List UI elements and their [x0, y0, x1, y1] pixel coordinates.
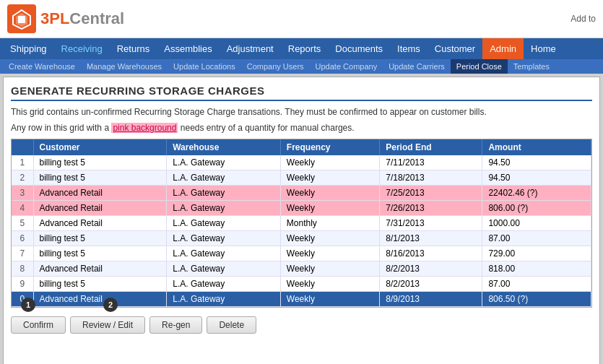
- add-to-label: Add to: [571, 14, 596, 24]
- subnav-update-carriers[interactable]: Update Carriers: [383, 59, 451, 74]
- nav-returns[interactable]: Returns: [110, 38, 157, 59]
- cell-customer: Advanced Retail: [33, 186, 167, 201]
- nav-reports[interactable]: Reports: [281, 38, 329, 59]
- header: 3PLCentral Add to: [0, 0, 603, 38]
- cell-frequency: Weekly: [280, 231, 379, 246]
- cell-period-end: 8/2/2013: [380, 261, 482, 277]
- cell-warehouse: L.A. Gateway: [167, 201, 281, 216]
- cell-warehouse: L.A. Gateway: [167, 155, 281, 170]
- cell-frequency: Weekly: [280, 277, 379, 292]
- cell-amount: 94.50: [482, 170, 591, 186]
- cell-period-end: 7/31/2013: [380, 216, 482, 231]
- table-row[interactable]: 9 billing test 5 L.A. Gateway Weekly 8/2…: [12, 277, 591, 292]
- cell-period-end: 7/18/2013: [380, 170, 482, 186]
- nav-receiving[interactable]: Receiving: [54, 38, 110, 59]
- table-row[interactable]: 1 billing test 5 L.A. Gateway Weekly 7/1…: [12, 155, 591, 170]
- cell-frequency: Weekly: [280, 246, 379, 261]
- table-row[interactable]: 6 billing test 5 L.A. Gateway Weekly 8/1…: [12, 231, 591, 246]
- confirm-button[interactable]: Confirm: [11, 316, 66, 334]
- subnav-period-close[interactable]: Period Close: [451, 59, 508, 74]
- cell-amount: 94.50: [482, 155, 591, 170]
- subnav-company-users[interactable]: Company Users: [241, 59, 310, 74]
- cell-num: 8: [12, 261, 33, 277]
- cell-warehouse: L.A. Gateway: [167, 216, 281, 231]
- cell-period-end: 7/26/2013: [380, 201, 482, 216]
- cell-num: 5: [12, 216, 33, 231]
- cell-customer: Advanced Retail: [33, 292, 167, 307]
- cell-frequency: Weekly: [280, 261, 379, 277]
- cell-period-end: 8/16/2013: [380, 246, 482, 261]
- col-customer: Customer: [33, 139, 167, 155]
- cell-amount: 87.00: [482, 231, 591, 246]
- col-num: [12, 139, 33, 155]
- data-table: Customer Warehouse Frequency Period End …: [12, 139, 591, 307]
- cell-num: 6: [12, 231, 33, 246]
- nav-customer[interactable]: Customer: [428, 38, 482, 59]
- cell-customer: Advanced Retail: [33, 201, 167, 216]
- subnav-update-locations[interactable]: Update Locations: [168, 59, 241, 74]
- cell-period-end: 8/9/2013: [380, 292, 482, 307]
- cell-num: 9: [12, 277, 33, 292]
- cell-customer: Advanced Retail: [33, 261, 167, 277]
- cell-period-end: 7/11/2013: [380, 155, 482, 170]
- badge-2: 2: [103, 298, 118, 312]
- data-table-wrap: Customer Warehouse Frequency Period End …: [11, 139, 592, 308]
- footer-wrap: 1 2 Confirm Review / Edit Re-gen Delete: [11, 313, 592, 334]
- cell-frequency: Weekly: [280, 170, 379, 186]
- cell-amount: 818.00: [482, 261, 591, 277]
- cell-warehouse: L.A. Gateway: [167, 231, 281, 246]
- nav-items[interactable]: Items: [390, 38, 428, 59]
- cell-num: 1: [12, 155, 33, 170]
- subnav-templates[interactable]: Templates: [508, 59, 555, 74]
- sub-nav: Create Warehouse Manage Warehouses Updat…: [0, 59, 603, 74]
- nav-shipping[interactable]: Shipping: [3, 38, 54, 59]
- review-edit-button[interactable]: Review / Edit: [70, 316, 145, 334]
- logo-central: Central: [69, 9, 124, 27]
- cell-customer: billing test 5: [33, 155, 167, 170]
- cell-frequency: Weekly: [280, 201, 379, 216]
- nav-admin[interactable]: Admin: [482, 38, 524, 59]
- pink-note: Any row in this grid with a pink backgro…: [11, 123, 592, 133]
- cell-num: 2: [12, 170, 33, 186]
- table-row[interactable]: 7 billing test 5 L.A. Gateway Weekly 8/1…: [12, 246, 591, 261]
- cell-amount: 87.00: [482, 277, 591, 292]
- table-row[interactable]: 8 Advanced Retail L.A. Gateway Weekly 8/…: [12, 261, 591, 277]
- delete-button[interactable]: Delete: [207, 316, 256, 334]
- cell-warehouse: L.A. Gateway: [167, 170, 281, 186]
- col-amount: Amount: [482, 139, 591, 155]
- regen-button[interactable]: Re-gen: [149, 316, 202, 334]
- subnav-update-company[interactable]: Update Company: [310, 59, 383, 74]
- table-row[interactable]: 2 billing test 5 L.A. Gateway Weekly 7/1…: [12, 170, 591, 186]
- table-row[interactable]: 3 Advanced Retail L.A. Gateway Weekly 7/…: [12, 186, 591, 201]
- cell-warehouse: L.A. Gateway: [167, 261, 281, 277]
- cell-frequency: Monthly: [280, 216, 379, 231]
- subnav-manage-warehouses[interactable]: Manage Warehouses: [81, 59, 168, 74]
- cell-warehouse: L.A. Gateway: [167, 186, 281, 201]
- subnav-create-warehouse[interactable]: Create Warehouse: [3, 59, 81, 74]
- cell-period-end: 8/1/2013: [380, 231, 482, 246]
- cell-customer: billing test 5: [33, 231, 167, 246]
- cell-num: 3: [12, 186, 33, 201]
- content-area: Generate Recurring Storage Charges This …: [3, 77, 600, 364]
- cell-amount: 22402.46 (?): [482, 186, 591, 201]
- nav-home[interactable]: Home: [524, 38, 563, 59]
- table-row[interactable]: 0 Advanced Retail L.A. Gateway Weekly 8/…: [12, 292, 591, 307]
- nav-adjustment[interactable]: Adjustment: [220, 38, 281, 59]
- cell-warehouse: L.A. Gateway: [167, 246, 281, 261]
- cell-frequency: Weekly: [280, 186, 379, 201]
- col-warehouse: Warehouse: [167, 139, 281, 155]
- cell-customer: billing test 5: [33, 246, 167, 261]
- badge-1: 1: [21, 298, 35, 312]
- logo-3pl: 3PL: [40, 9, 69, 27]
- cell-period-end: 7/25/2013: [380, 186, 482, 201]
- cell-amount: 729.00: [482, 246, 591, 261]
- svg-rect-3: [18, 16, 25, 23]
- nav-documents[interactable]: Documents: [328, 38, 390, 59]
- nav-assemblies[interactable]: Assemblies: [157, 38, 219, 59]
- table-row[interactable]: 5 Advanced Retail L.A. Gateway Monthly 7…: [12, 216, 591, 231]
- cell-num: 7: [12, 246, 33, 261]
- footer-buttons: Confirm Review / Edit Re-gen Delete: [11, 313, 592, 334]
- logo-icon: [7, 4, 36, 33]
- table-row[interactable]: 4 Advanced Retail L.A. Gateway Weekly 7/…: [12, 201, 591, 216]
- col-frequency: Frequency: [280, 139, 379, 155]
